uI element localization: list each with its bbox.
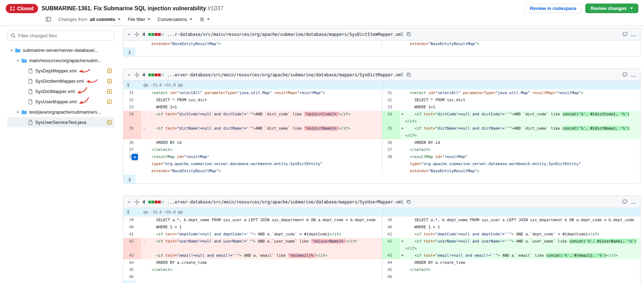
tree-folder-item[interactable]: main/resources/org/apache/subm... <box>7 55 115 66</box>
annotation-arrow <box>76 86 89 96</box>
line-number[interactable]: 31 <box>123 89 141 97</box>
diff-row: 44 ORDER BY a.create_time44 ORDER BY a.c… <box>123 259 640 266</box>
changes-from-dropdown[interactable]: Changes fromall commits <box>58 17 121 22</box>
review-in-codespace-button[interactable]: Review in codespace <box>525 4 582 13</box>
line-number[interactable]: 32 <box>123 97 141 104</box>
line-number[interactable]: 33 <box>382 104 400 111</box>
line-number[interactable]: 45 <box>123 266 141 273</box>
code-cell <box>141 273 382 281</box>
line-number[interactable]: 39 <box>123 217 141 224</box>
folder-label: submarine-server/server-database/... <box>23 48 99 53</box>
line-number[interactable]: 46 <box>123 273 141 281</box>
drag-handle-icon[interactable] <box>134 32 139 37</box>
tree-file-item[interactable]: SysDeptMapper.xml <box>7 66 115 76</box>
line-number[interactable] <box>123 168 141 175</box>
drag-handle-icon[interactable] <box>134 72 139 77</box>
expand-down-button[interactable] <box>123 48 135 56</box>
expand-diff-row <box>123 175 640 183</box>
line-number[interactable]: 43 <box>123 252 141 259</box>
comment-icon[interactable] <box>622 199 628 205</box>
tree-folder-item[interactable]: submarine-server/server-database/... <box>7 45 115 55</box>
line-number[interactable]: 34 <box>382 111 400 125</box>
search-icon <box>10 33 16 39</box>
hunk-expand-gutter[interactable] <box>123 208 141 217</box>
line-number[interactable]: 37 <box>382 146 400 153</box>
line-number[interactable]: 43 <box>382 252 400 259</box>
tree-file-item[interactable]: SysDictMapper.xml <box>7 86 115 97</box>
collapse-file-icon[interactable] <box>127 73 131 77</box>
expand-down-button[interactable] <box>123 281 135 283</box>
diff-row: 31 <select id="selectAll" parameterType=… <box>123 89 640 97</box>
code-line: <select id="selectAll" parameterType="ja… <box>405 89 640 97</box>
line-number[interactable] <box>123 40 141 48</box>
file-filter-dropdown[interactable]: File filter <box>128 17 150 22</box>
modified-file-icon <box>107 79 112 83</box>
expand-up-icon[interactable] <box>126 83 131 88</box>
code-cell: SELECT a.*, b.dept_name FROM sys_user a … <box>400 217 640 224</box>
line-number[interactable]: 44 <box>123 259 141 266</box>
file-path-link[interactable]: ...erver-database/src/main/resources/org… <box>167 72 404 77</box>
comment-icon[interactable] <box>622 72 628 77</box>
code-cell: </select> <box>141 266 382 273</box>
line-number[interactable]: 33 <box>123 104 141 111</box>
line-number[interactable]: 45 <box>382 266 400 273</box>
chevron-down-icon[interactable] <box>15 59 21 62</box>
toggle-file-tree-button[interactable] <box>46 16 51 22</box>
chevron-down-icon[interactable] <box>15 110 21 114</box>
line-number[interactable]: 44 <box>382 259 400 266</box>
line-number[interactable] <box>382 168 400 175</box>
line-number[interactable]: 34 <box>123 111 141 125</box>
hunk-expand-gutter[interactable] <box>123 81 141 89</box>
comment-icon[interactable] <box>622 32 628 37</box>
file-icon <box>28 78 33 84</box>
tree-folder-item[interactable]: test/java/org/apache/submarine/s... <box>7 107 115 117</box>
line-number[interactable]: 36 <box>123 139 141 146</box>
tree-file-item[interactable]: SysUserMapper.xml <box>7 97 115 107</box>
line-number[interactable] <box>382 160 400 168</box>
copy-path-icon[interactable] <box>406 200 411 205</box>
line-number[interactable]: 42 <box>123 238 141 252</box>
file-path-link[interactable]: ...r-database/src/main/resources/org/apa… <box>167 32 404 37</box>
diff-row: 4646 <box>123 273 640 281</box>
line-number[interactable]: 40 <box>123 224 141 231</box>
line-number[interactable]: 40 <box>382 224 400 231</box>
line-number[interactable]: 35 <box>382 125 400 139</box>
line-number[interactable]: 38 <box>382 153 400 160</box>
collapse-file-icon[interactable] <box>127 32 131 37</box>
drag-handle-icon[interactable] <box>134 200 139 205</box>
line-number[interactable]: 41 <box>123 231 141 238</box>
diff-row: 42- <if test="userName!=null and userNam… <box>123 238 640 252</box>
line-number[interactable]: 31 <box>382 89 400 97</box>
collapse-file-icon[interactable] <box>127 200 131 204</box>
tree-file-item[interactable]: SysUserServiceTest.java <box>7 117 115 127</box>
file-path-link[interactable]: ...erver-database/src/main/resources/org… <box>167 200 404 205</box>
line-number[interactable]: 41 <box>382 231 400 238</box>
kebab-menu-icon[interactable]: … <box>631 33 637 36</box>
kebab-menu-icon[interactable]: … <box>631 200 637 204</box>
copy-path-icon[interactable] <box>406 32 411 37</box>
filter-changed-files-input[interactable] <box>7 30 115 41</box>
line-number[interactable]: 32 <box>382 97 400 104</box>
conversations-dropdown[interactable]: Conversations <box>158 17 192 22</box>
line-number[interactable]: 42 <box>382 238 400 252</box>
tree-file-item[interactable]: SysDictItemMapper.xml <box>7 76 115 86</box>
code-cell: + <if test="userName!=null and userName!… <box>400 238 640 252</box>
chevron-down-icon[interactable] <box>9 48 14 52</box>
kebab-menu-icon[interactable]: … <box>631 73 637 77</box>
line-number[interactable] <box>123 160 141 168</box>
expand-down-button[interactable] <box>123 175 135 183</box>
code-line: SELECT a.*, b.dept_name FROM sys_user a … <box>147 217 382 224</box>
line-number[interactable]: 46 <box>382 273 400 281</box>
line-number[interactable] <box>382 40 400 48</box>
diff-settings-dropdown[interactable]: ⚙ <box>199 17 209 22</box>
line-number[interactable]: 37 <box>123 146 141 153</box>
line-number[interactable]: 35 <box>123 125 141 139</box>
expand-up-icon[interactable] <box>126 210 131 215</box>
review-changes-button[interactable]: Review changes <box>585 4 638 13</box>
copy-path-icon[interactable] <box>406 72 411 77</box>
add-comment-button[interactable]: + <box>132 154 138 160</box>
code-line: SELECT * FROM sys_dict <box>405 97 640 104</box>
line-number[interactable]: 39 <box>382 217 400 224</box>
diff-file-header: 4...r-database/src/main/resources/org/ap… <box>123 28 640 40</box>
line-number[interactable]: 36 <box>382 139 400 146</box>
